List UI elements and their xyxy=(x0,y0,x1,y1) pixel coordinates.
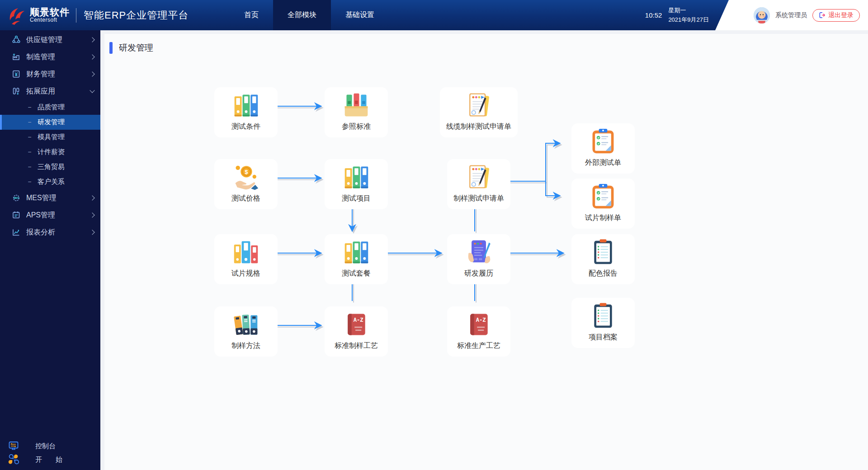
flow-diagram: 测试条件 参照标准 xyxy=(104,34,868,470)
clock: 10:52 星期一 2021年9月27日 xyxy=(645,0,709,30)
svg-text:$: $ xyxy=(245,169,248,175)
sidebar-subitem-triangle-trade[interactable]: － 三角贸易 xyxy=(0,160,100,174)
flow-node-label: 制样测试申请单 xyxy=(453,194,504,203)
sidebar-item-mes[interactable]: MES MES管理 xyxy=(0,189,100,207)
sidebar-item-report-analysis[interactable]: 报表分析 xyxy=(0,224,100,241)
sidebar-subitem-label: 三角贸易 xyxy=(38,163,65,171)
sidebar-subitem-label: 计件薪资 xyxy=(38,148,65,156)
flow-node-label: 线缆制样测试申请单 xyxy=(446,122,511,132)
sidebar-subitem-label: 客户关系 xyxy=(38,178,65,186)
flow-node-label: 测试价格 xyxy=(231,194,260,203)
flow-node-project-archive[interactable]: 项目档案 xyxy=(571,298,635,348)
flow-node-label: 制样方法 xyxy=(231,341,260,351)
nav-tab-all-modules[interactable]: 全部模块 xyxy=(273,0,331,30)
console-button[interactable]: 控制台 xyxy=(0,439,100,453)
sidebar-item-label: APS管理 xyxy=(26,211,90,220)
binders-icon xyxy=(232,92,259,119)
flow-node-specimen-sample-order[interactable]: 试片制样单 xyxy=(571,179,635,229)
chevron-right-icon xyxy=(90,54,94,59)
flow-node-sampling-method[interactable]: 制样方法 xyxy=(214,306,278,357)
flow-node-cable-sample-test-request[interactable]: 线缆制样测试申请单 xyxy=(440,87,518,137)
chevron-right-icon xyxy=(90,37,94,42)
clipboard-orange-icon xyxy=(590,183,617,210)
svg-text:MES: MES xyxy=(14,197,19,199)
flow-node-label: 研发履历 xyxy=(464,269,493,278)
logout-icon xyxy=(819,12,826,19)
sidebar-subitem-customer[interactable]: － 客户关系 xyxy=(0,174,100,189)
console-monitor-icon xyxy=(8,441,19,451)
flow-node-label: 外部测试单 xyxy=(585,158,621,168)
centersoft-logo-icon xyxy=(6,5,26,26)
start-button[interactable]: 开 始 xyxy=(0,453,100,466)
clock-date: 2021年9月27日 xyxy=(668,15,709,24)
sidebar-subitem-mold[interactable]: － 模具管理 xyxy=(0,130,100,145)
sidebar-subitem-piecework[interactable]: － 计件薪资 xyxy=(0,145,100,160)
sidebar-item-manufacturing[interactable]: 制造管理 xyxy=(0,48,100,66)
start-label: 开 始 xyxy=(35,456,68,464)
sidebar-subitem-rnd[interactable]: － 研发管理 xyxy=(0,115,100,130)
avatar[interactable] xyxy=(754,7,770,24)
chevron-right-icon xyxy=(90,212,94,217)
aps-calendar-icon xyxy=(12,211,21,220)
flow-node-label: 项目档案 xyxy=(589,333,618,342)
main-content: 研发管理 xyxy=(100,30,868,470)
manufacturing-icon xyxy=(12,52,21,61)
brand-name: 顺景软件 xyxy=(30,7,70,17)
flow-node-rnd-history[interactable]: 研发履历 xyxy=(447,234,510,284)
flow-node-label: 试片制样单 xyxy=(585,213,621,223)
sidebar-item-label: MES管理 xyxy=(26,193,90,203)
mes-gear-icon: MES xyxy=(12,193,21,202)
flow-node-label: 配色报告 xyxy=(589,269,618,278)
flow-node-label: 试片规格 xyxy=(231,269,260,278)
flow-node-external-test-order[interactable]: 外部测试单 xyxy=(571,123,635,174)
sidebar-item-aps[interactable]: APS管理 xyxy=(0,207,100,224)
flow-node-label: 测试条件 xyxy=(231,122,260,132)
flow-node-reference-standard[interactable]: 参照标准 xyxy=(325,87,388,137)
svg-text:A-Z: A-Z xyxy=(354,317,363,323)
nav-tab-basic-settings[interactable]: 基础设置 xyxy=(331,0,389,30)
chevron-down-icon xyxy=(90,88,94,93)
book-az-icon: A-Z xyxy=(465,311,492,338)
flow-node-color-report[interactable]: 配色报告 xyxy=(571,234,635,284)
sidebar-item-extensions[interactable]: 拓展应用 xyxy=(0,83,100,100)
flow-node-test-price[interactable]: $ 测试价格 xyxy=(214,159,278,209)
sidebar-item-label: 报表分析 xyxy=(26,228,90,237)
sidebar-item-finance[interactable]: 财务管理 xyxy=(0,66,100,83)
flow-node-label: 测试项目 xyxy=(342,194,371,203)
sidebar-item-label: 财务管理 xyxy=(26,70,90,79)
form-pen-icon xyxy=(465,164,492,191)
sidebar-item-label: 制造管理 xyxy=(26,52,90,62)
clipboard-navy-icon xyxy=(590,239,617,266)
flow-node-test-items[interactable]: 测试项目 xyxy=(325,159,388,209)
console-label: 控制台 xyxy=(35,442,56,451)
flow-node-standard-sampling-process[interactable]: A-Z 标准制样工艺 xyxy=(325,306,388,357)
top-bar: 顺景软件 Centersoft 智能ERP企业管理平台 首页 全部模块 基础设置… xyxy=(0,0,868,30)
sidebar-subitem-quality[interactable]: － 品质管理 xyxy=(0,100,100,115)
flow-node-label: 标准制样工艺 xyxy=(335,341,378,351)
sidebar-subitem-label: 模具管理 xyxy=(38,133,65,141)
logout-button[interactable]: 退出登录 xyxy=(812,9,860,22)
flow-node-test-conditions[interactable]: 测试条件 xyxy=(214,87,278,137)
finance-icon xyxy=(12,70,21,79)
nav-tab-home[interactable]: 首页 xyxy=(230,0,273,30)
sidebar-item-supply-chain[interactable]: 供应链管理 xyxy=(0,31,100,48)
clipboard-orange-icon xyxy=(590,128,617,155)
chevron-right-icon xyxy=(90,195,94,200)
flow-node-specimen-spec[interactable]: 试片规格 xyxy=(214,234,278,284)
binders-tilted-icon xyxy=(232,311,259,338)
user-area: 系统管理员 退出登录 xyxy=(715,0,868,30)
username: 系统管理员 xyxy=(775,11,807,19)
chevron-right-icon xyxy=(90,71,94,76)
brand: 顺景软件 Centersoft 智能ERP企业管理平台 xyxy=(0,5,189,26)
flow-node-test-package[interactable]: 测试套餐 xyxy=(325,234,388,284)
flow-node-label: 参照标准 xyxy=(342,122,371,132)
flow-node-standard-production-process[interactable]: A-Z 标准生产工艺 xyxy=(447,306,510,357)
flow-node-sample-test-request[interactable]: 制样测试申请单 xyxy=(447,159,510,209)
form-pen-icon xyxy=(465,92,492,119)
clock-weekday: 星期一 xyxy=(668,6,709,15)
extensions-icon xyxy=(12,87,21,96)
report-chart-icon xyxy=(12,228,21,237)
brand-divider xyxy=(76,8,76,23)
book-az-icon: A-Z xyxy=(343,311,370,338)
sidebar-item-label: 供应链管理 xyxy=(26,35,90,45)
